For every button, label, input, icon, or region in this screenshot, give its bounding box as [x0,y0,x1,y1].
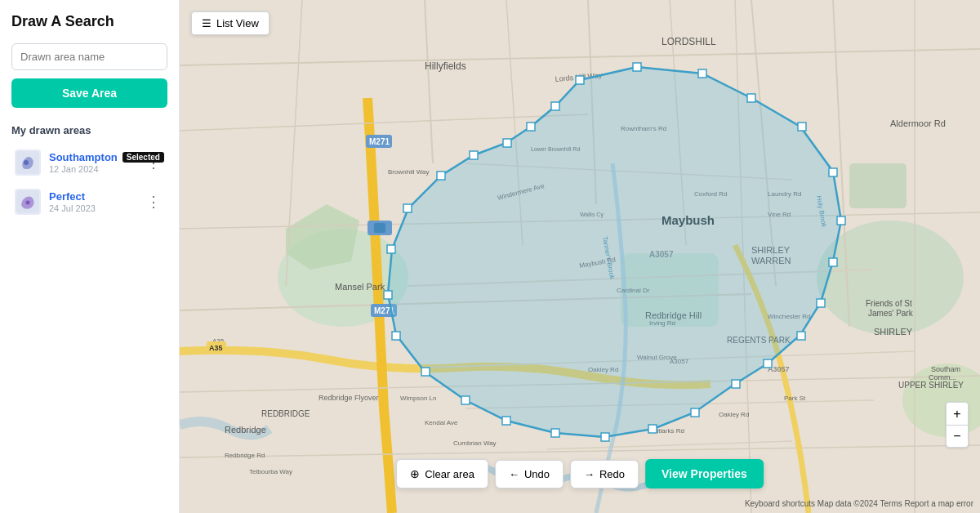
area-info-southampton: Southampton Selected 12 Jan 2024 [49,151,143,174]
svg-text:Mansel Park: Mansel Park [335,282,385,292]
svg-point-8 [817,221,964,335]
svg-text:Hillyfields: Hillyfields [425,60,466,72]
clear-area-icon: ⊕ [410,467,420,480]
svg-text:Lower Brownhill Rd: Lower Brownhill Rd [531,146,580,152]
svg-text:UPPER SHIRLEY: UPPER SHIRLEY [898,381,964,390]
svg-text:Comm...: Comm... [929,373,956,381]
area-date-southampton: 12 Jan 2024 [49,164,143,174]
svg-text:Wimpson Ln: Wimpson Ln [400,395,436,402]
undo-icon: ← [509,468,519,480]
svg-text:Redbridge Flyover: Redbridge Flyover [318,394,379,402]
svg-text:Cardinal Dr: Cardinal Dr [617,287,650,294]
area-item-southampton[interactable]: Southampton Selected 12 Jan 2024 ⋮ [11,145,167,181]
svg-text:SHIRLEY: SHIRLEY [751,245,791,255]
svg-text:LORDSHILL: LORDSHILL [662,36,716,47]
map-attribution: Keyboard shortcuts Map data ©2024 Terms … [745,499,973,508]
svg-text:Oakley Rd: Oakley Rd [719,411,749,418]
drawn-area-name-input[interactable] [11,43,167,70]
page-title: Draw A Search [11,13,167,30]
redo-button[interactable]: → Redo [570,460,639,488]
svg-text:Aldermoor Rd: Aldermoor Rd [890,118,946,128]
area-menu-button-southampton[interactable]: ⋮ [143,152,164,173]
svg-text:James' Park: James' Park [868,309,914,318]
svg-point-3 [26,201,30,205]
svg-text:M271: M271 [374,306,394,315]
my-drawn-areas-label: My drawn areas [11,124,167,136]
svg-text:WARREN: WARREN [751,256,791,265]
svg-text:A3057: A3057 [768,365,790,373]
area-info-perfect: Perfect 24 Jul 2023 [49,190,143,213]
area-menu-button-perfect[interactable]: ⋮ [143,191,164,212]
svg-text:Brownhill Way: Brownhill Way [388,168,429,176]
svg-text:Laundry Rd: Laundry Rd [768,190,801,198]
svg-text:Maybush: Maybush [662,213,715,227]
list-view-button[interactable]: ☰ List View [191,11,270,35]
svg-rect-9 [849,163,906,208]
svg-text:Winchester Rd: Winchester Rd [768,313,810,320]
view-properties-button[interactable]: View Properties [645,459,764,488]
svg-text:Kendal Ave: Kendal Ave [425,419,458,426]
svg-text:Friends of St: Friends of St [866,299,912,308]
area-thumb-southampton [15,149,41,176]
redo-icon: → [584,468,595,480]
svg-text:Walnut Grove: Walnut Grove [637,354,677,361]
svg-text:Redbridge: Redbridge [225,425,266,435]
area-thumb-perfect [15,189,41,215]
svg-text:A35: A35 [209,344,223,352]
zoom-out-button[interactable]: − [946,425,969,448]
svg-text:Oakley Rd: Oakley Rd [588,366,618,373]
svg-text:Southam: Southam [931,365,960,373]
area-date-perfect: 24 Jul 2023 [49,203,143,213]
svg-rect-32 [374,223,385,233]
list-view-icon: ☰ [202,17,212,29]
svg-text:Cumbrian Way: Cumbrian Way [453,439,497,447]
svg-text:Redbridge Rd: Redbridge Rd [225,452,265,459]
map-background: Hillyfields LORDSHILL Maybush SHIRLEY WA… [180,0,980,513]
svg-text:Rowntham's Rd: Rowntham's Rd [621,125,666,132]
save-area-button[interactable]: Save Area [11,78,167,108]
zoom-in-button[interactable]: + [946,402,969,425]
svg-text:SHIRLEY: SHIRLEY [874,327,913,337]
zoom-controls: + − [946,402,969,448]
area-item-perfect[interactable]: Perfect 24 Jul 2023 ⋮ [11,184,167,220]
clear-area-button[interactable]: ⊕ Clear area [396,459,488,488]
svg-text:Irving Rd: Irving Rd [649,319,675,327]
sidebar: Draw A Search Save Area My drawn areas S… [0,0,180,513]
svg-text:REDBRIDGE: REDBRIDGE [261,409,310,418]
svg-text:A3057: A3057 [649,250,674,259]
svg-point-1 [24,160,29,165]
svg-text:Titlarks Rd: Titlarks Rd [653,427,684,435]
area-name-perfect: Perfect [49,190,143,203]
svg-text:M271: M271 [369,137,390,146]
svg-text:Vine Rd: Vine Rd [768,211,791,218]
svg-text:REGENTS PARK: REGENTS PARK [727,336,791,345]
svg-text:Wallis Cy: Wallis Cy [580,212,604,218]
map-toolbar: ⊕ Clear area ← Undo → Redo View Properti… [396,459,764,488]
svg-text:Park St: Park St [784,395,806,402]
area-name-southampton: Southampton Selected [49,151,143,163]
map-container[interactable]: Hillyfields LORDSHILL Maybush SHIRLEY WA… [180,0,980,513]
svg-text:Telbourba Way: Telbourba Way [249,468,292,475]
svg-text:Coxford Rd: Coxford Rd [694,190,727,198]
undo-button[interactable]: ← Undo [495,460,564,488]
